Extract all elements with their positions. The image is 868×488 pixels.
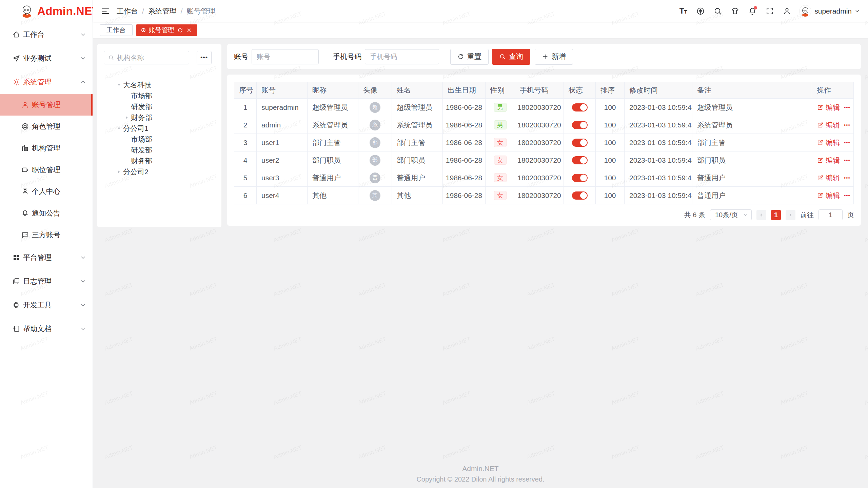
user-menu[interactable]: superadmin — [799, 5, 860, 17]
sidebar-menu-item[interactable]: 日志管理 — [0, 269, 93, 293]
tree-node[interactable]: 财务部 — [104, 156, 215, 166]
sidebar-menu-item[interactable]: 帮助文档 — [0, 317, 93, 341]
cell-phone: 18020030720 — [515, 134, 564, 151]
sidebar-menu-item[interactable]: 业务测试 — [0, 46, 93, 70]
edit-button[interactable]: 编辑 — [817, 103, 840, 112]
sidebar-menu-item[interactable]: 工作台 — [0, 23, 93, 46]
sidebar-menu-item[interactable]: 平台管理 — [0, 246, 93, 269]
sidebar-menu-item[interactable]: 开发工具 — [0, 293, 93, 317]
notification-icon[interactable] — [747, 6, 757, 16]
status-toggle[interactable] — [572, 191, 588, 200]
breadcrumb-workbench[interactable]: 工作台 — [117, 6, 138, 16]
edit-button[interactable]: 编辑 — [817, 173, 840, 183]
refresh-icon[interactable] — [177, 27, 183, 33]
add-button[interactable]: 新增 — [535, 49, 573, 65]
cell-actions: 编辑 ••• — [812, 116, 854, 134]
cell-nickname: 部门主管 — [308, 134, 358, 151]
tab-workbench[interactable]: 工作台 — [100, 24, 133, 36]
tree-node[interactable]: 研发部 — [104, 101, 215, 112]
table-header-cell: 出生日期 — [443, 82, 486, 99]
avatar: 部 — [370, 137, 380, 148]
edit-button[interactable]: 编辑 — [817, 156, 840, 165]
chevron-down-icon — [80, 255, 86, 260]
sidebar-menu-item[interactable]: 三方账号 — [0, 224, 93, 246]
cell-name: 超级管理员 — [392, 99, 443, 116]
status-toggle[interactable] — [572, 156, 588, 164]
more-actions-button[interactable]: ••• — [844, 157, 850, 163]
app-logo[interactable]: Admin.NET — [0, 0, 93, 22]
more-actions-button[interactable]: ••• — [844, 122, 850, 128]
cell-gender: 女 — [486, 151, 515, 169]
org-search-input[interactable] — [117, 54, 185, 62]
tab-account-management[interactable]: 账号管理 — [136, 24, 197, 36]
page-size-select[interactable]: 10条/页 — [710, 209, 752, 220]
profile-icon — [21, 187, 29, 196]
account-input[interactable] — [252, 49, 319, 64]
tree-node[interactable]: 分公司2 — [104, 166, 215, 177]
tree-node[interactable]: 市场部 — [104, 90, 215, 101]
tree-node[interactable]: 大名科技 — [104, 80, 215, 90]
menu-item-label: 开发工具 — [23, 300, 80, 310]
log-icon — [12, 277, 20, 285]
goto-page-input[interactable] — [818, 209, 843, 220]
fullscreen-icon[interactable] — [765, 6, 775, 16]
status-toggle[interactable] — [572, 121, 588, 129]
more-actions-button[interactable]: ••• — [844, 104, 850, 110]
footer-copyright: Copyright © 2022 Dilon All rights reserv… — [93, 475, 868, 483]
menu-item-label: 业务测试 — [23, 54, 80, 63]
sidebar-menu-item[interactable]: 角色管理 — [0, 116, 93, 137]
cell-name: 部门主管 — [392, 134, 443, 151]
next-page-button[interactable] — [786, 210, 795, 220]
font-size-icon[interactable]: TT — [678, 6, 688, 16]
sidebar-menu-item[interactable]: 系统管理 — [0, 70, 93, 94]
tree-node[interactable]: 研发部 — [104, 145, 215, 156]
menu-item-label: 职位管理 — [32, 165, 86, 175]
tree-node[interactable]: 市场部 — [104, 134, 215, 145]
collapse-menu-icon[interactable] — [101, 7, 110, 16]
tree-node[interactable]: 分公司1 — [104, 123, 215, 134]
cell-actions: 编辑 ••• — [812, 151, 854, 169]
search-icon[interactable] — [713, 6, 723, 16]
page-number-1[interactable]: 1 — [771, 210, 781, 220]
caret-down-icon[interactable] — [115, 81, 123, 89]
sidebar-menu-item[interactable]: 个人中心 — [0, 181, 93, 202]
sidebar-menu-item[interactable]: 通知公告 — [0, 202, 93, 224]
edit-button[interactable]: 编辑 — [817, 191, 840, 200]
tree-node[interactable]: 财务部 — [104, 112, 215, 123]
cell-name: 普通用户 — [392, 169, 443, 187]
query-button[interactable]: 查询 — [492, 49, 530, 65]
caret-right-icon[interactable] — [115, 168, 123, 176]
sidebar-menu-item[interactable]: 职位管理 — [0, 159, 93, 181]
caret-right-icon[interactable] — [123, 114, 131, 122]
cell-name: 其他 — [392, 187, 443, 204]
cell-gender: 女 — [486, 187, 515, 204]
sidebar-menu-item[interactable]: 机构管理 — [0, 137, 93, 159]
cell-index: 4 — [234, 151, 257, 169]
search-icon — [108, 54, 114, 61]
account-label: 账号 — [234, 52, 248, 61]
status-toggle[interactable] — [572, 174, 588, 182]
close-icon[interactable] — [186, 27, 192, 33]
theme-icon[interactable] — [730, 6, 740, 16]
language-icon[interactable] — [695, 6, 706, 16]
prev-page-button[interactable] — [756, 210, 766, 220]
more-actions-button[interactable]: ••• — [844, 140, 850, 145]
more-actions-button[interactable]: ••• — [844, 192, 850, 198]
cell-remark: 普通用户 — [692, 169, 812, 187]
more-actions-button[interactable]: ••• — [844, 175, 850, 181]
tree-more-button[interactable]: ••• — [197, 51, 212, 64]
cell-avatar: 普 — [358, 169, 392, 187]
cell-modified-time: 2023-01-03 10:59:44 — [625, 99, 692, 116]
sidebar-menu-item[interactable]: 账号管理 — [0, 94, 93, 116]
edit-button[interactable]: 编辑 — [817, 120, 840, 130]
status-toggle[interactable] — [572, 103, 588, 111]
user-icon[interactable] — [782, 6, 792, 16]
menu-item-label: 日志管理 — [23, 277, 80, 286]
phone-input[interactable] — [365, 49, 439, 64]
caret-down-icon[interactable] — [115, 124, 123, 133]
status-toggle[interactable] — [572, 139, 588, 147]
breadcrumb-system[interactable]: 系统管理 — [148, 6, 177, 16]
edit-button[interactable]: 编辑 — [817, 138, 840, 147]
reset-button[interactable]: 重置 — [450, 49, 489, 65]
cell-sort: 100 — [596, 134, 625, 151]
